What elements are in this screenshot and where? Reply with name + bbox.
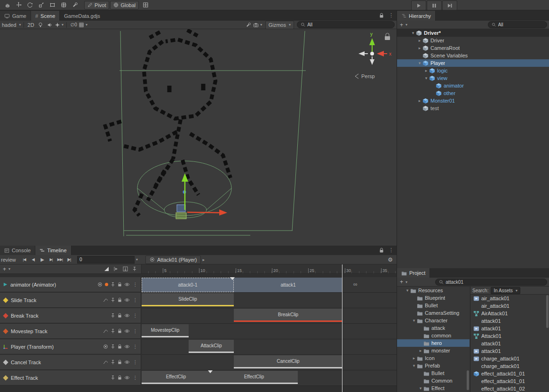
pin-icon[interactable] — [111, 313, 115, 318]
eye-icon[interactable] — [124, 313, 130, 318]
curves-icon[interactable] — [103, 329, 108, 334]
asset-row[interactable]: effect_attack01_01 — [470, 377, 549, 385]
gizmos-dropdown[interactable]: Gizmos▾ — [265, 21, 294, 29]
asset-row[interactable]: charge_attack01 — [470, 355, 549, 362]
asset-row[interactable]: attack01 — [470, 317, 549, 325]
hierarchy-item-driver[interactable]: ▸Driver — [397, 37, 549, 44]
eye-icon[interactable] — [124, 360, 130, 364]
mix-mode-button[interactable] — [102, 265, 111, 273]
track-lane[interactable]: MovestepClip — [142, 324, 397, 339]
track-menu-icon[interactable]: ⋮ — [132, 282, 138, 287]
pin-icon[interactable] — [111, 344, 115, 349]
pin-icon[interactable] — [111, 375, 115, 380]
expand-arrow-icon[interactable]: ▾ — [411, 363, 417, 368]
track-row-slide[interactable]: Slide Track ⋮ SlideClip — [0, 293, 397, 308]
play-range-button[interactable]: [▶] — [64, 256, 73, 264]
asset-row[interactable]: air_attack01 — [470, 295, 549, 302]
goto-start-button[interactable]: |◀ — [20, 256, 29, 264]
next-frame-button[interactable]: ▶| — [47, 256, 56, 264]
axis-neg-cone-down[interactable] — [370, 59, 374, 65]
track-header[interactable]: animator (Animator) ⋮ — [0, 277, 141, 292]
preview-toggle[interactable]: review — [1, 256, 20, 264]
pin-icon[interactable] — [111, 328, 115, 334]
track-lane[interactable]: SlideClip — [142, 293, 397, 308]
hierarchy-search-input[interactable] — [498, 22, 543, 27]
project-search-input[interactable] — [446, 280, 543, 285]
expand-arrow-icon[interactable]: ▾ — [417, 61, 422, 65]
grid-settings-dropdown[interactable]: ▾ — [79, 21, 88, 29]
hierarchy-item-view[interactable]: ▾view — [397, 74, 549, 82]
track-menu-icon[interactable]: ⋮ — [132, 313, 138, 318]
tab-hierarchy[interactable]: Hierarchy — [397, 11, 436, 21]
asset-row[interactable]: AirAttack01 — [470, 310, 549, 317]
folder-prefab-common[interactable]: Common — [397, 377, 469, 384]
lock-icon[interactable] — [118, 282, 122, 287]
tab-timeline[interactable]: Timeline — [35, 246, 71, 255]
hierarchy-item-monster01[interactable]: ▸Monster01 — [397, 97, 549, 104]
track-row-animator[interactable]: animator (Animator) ⋮ attack0-1 attack1 … — [0, 277, 397, 293]
expand-arrow-icon[interactable]: ▸ — [417, 98, 422, 103]
add-track-button[interactable]: +▾ — [2, 265, 11, 273]
tab-gamedata[interactable]: GameData.gdjs — [60, 11, 104, 21]
orientation-gizmo[interactable]: y x Persp — [355, 32, 391, 79]
asset-row[interactable]: effect_attack01_02 — [470, 385, 549, 392]
replace-mode-button[interactable] — [120, 265, 130, 273]
hierarchy-item-scene-variables[interactable]: Scene Variables — [397, 52, 549, 59]
folder-bullet[interactable]: Bullet — [397, 302, 469, 309]
pin-icon[interactable] — [111, 360, 115, 365]
clip-effect-2[interactable]: EffectClip — [210, 371, 298, 384]
track-row-effect[interactable]: Effect Track ⋮ EffectClip EffectClip — [0, 370, 397, 386]
projection-label[interactable]: Persp — [361, 73, 375, 79]
folder-common[interactable]: common — [397, 332, 469, 339]
expand-arrow-icon[interactable]: ▾ — [418, 386, 423, 391]
hierarchy-item-cameraroot[interactable]: ▸CameraRoot — [397, 44, 549, 52]
camera-settings-dropdown[interactable]: ▾ — [253, 21, 263, 29]
expand-arrow-icon[interactable]: ▸ — [417, 38, 422, 43]
tab-console[interactable]: Console — [0, 246, 35, 255]
axis-y-cone[interactable] — [369, 38, 375, 45]
project-search-field[interactable] — [435, 279, 547, 286]
record-toggle-icon[interactable] — [103, 344, 108, 349]
grid-snap-button[interactable] — [140, 1, 151, 9]
clip-effect-1[interactable]: EffectClip — [142, 371, 210, 384]
track-menu-icon[interactable]: ⋮ — [132, 344, 138, 349]
track-menu-icon[interactable]: ⋮ — [132, 375, 138, 380]
track-lane[interactable]: CancelClip — [142, 355, 397, 370]
2d-toggle[interactable]: 2D — [26, 21, 36, 29]
track-menu-icon[interactable]: ⋮ — [132, 360, 138, 365]
expand-arrow-icon[interactable]: ▾ — [410, 31, 416, 35]
track-row-cancel[interactable]: Cancel Track ⋮ CancelClip — [0, 355, 397, 370]
hand-tool-button[interactable] — [1, 1, 13, 9]
timeline-settings-gear-icon[interactable]: ⚙ — [388, 256, 393, 263]
timeline-breadcrumb[interactable]: Attack01 (Player) — [145, 256, 201, 264]
clip-marker-icon[interactable] — [208, 370, 213, 373]
view-lock-icon[interactable] — [385, 33, 390, 40]
lock-icon[interactable] — [379, 248, 384, 253]
hierarchy-item-logic[interactable]: ▸logic — [397, 67, 549, 74]
asset-row[interactable]: Attack01 — [470, 332, 549, 340]
track-header[interactable]: Movestep Track ⋮ — [0, 324, 141, 339]
timeline-ruler[interactable]: 5 10 15 20 25 30 35 — [141, 264, 397, 274]
expand-arrow-icon[interactable]: ▸ — [418, 348, 423, 353]
panel-menu-icon[interactable]: ⋮ — [389, 247, 394, 253]
hierarchy-search-field[interactable] — [488, 21, 547, 28]
timeline-playhead[interactable] — [342, 264, 342, 392]
scale-tool-button[interactable] — [35, 1, 47, 9]
tab-project[interactable]: Project — [397, 268, 430, 278]
eye-icon[interactable] — [124, 329, 130, 333]
search-scope-dropdown[interactable]: In Assets▾ — [491, 287, 520, 294]
shading-dropdown[interactable]: haded▾ — [2, 21, 21, 29]
eye-icon[interactable] — [124, 298, 130, 302]
scene-viewport[interactable]: y x Persp — [0, 29, 397, 246]
asset-row[interactable]: charge_attack01 — [470, 362, 549, 370]
folder-monster[interactable]: ▸monster — [397, 347, 469, 354]
axis-neg-cone-left[interactable] — [358, 51, 365, 56]
curves-icon[interactable] — [103, 360, 108, 365]
move-tool-button[interactable] — [13, 1, 24, 9]
expand-arrow-icon[interactable]: ▾ — [423, 76, 429, 80]
folder-tree-scrollbar[interactable] — [467, 370, 469, 390]
asset-row[interactable]: attack01 — [470, 347, 549, 355]
tab-game[interactable]: Game — [0, 11, 31, 21]
track-row-break[interactable]: Break Track ⋮ BreakClip — [0, 308, 397, 324]
lock-icon[interactable] — [118, 328, 122, 334]
